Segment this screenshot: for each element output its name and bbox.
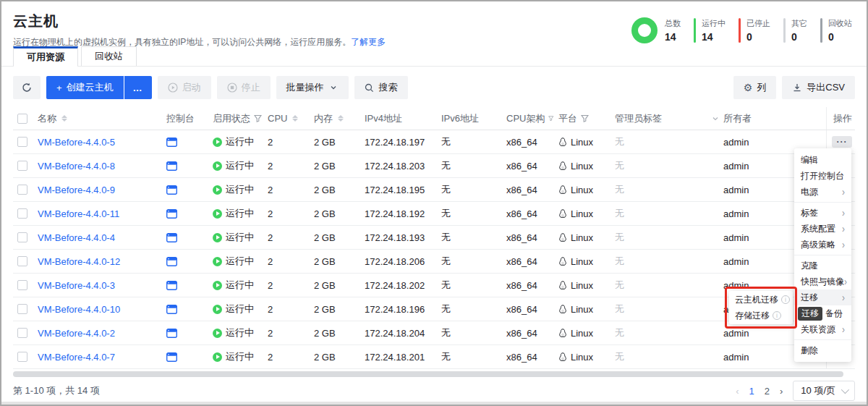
vm-name-link[interactable]: VM-Before-4.4.0-3 — [38, 280, 115, 291]
col-arch[interactable]: CPU架构 — [506, 112, 558, 125]
col-platform[interactable]: 平台 — [558, 112, 615, 125]
collapse-chevron-icon[interactable] — [712, 115, 719, 122]
row-checkbox[interactable] — [17, 232, 27, 242]
console-icon[interactable] — [166, 281, 177, 290]
batch-actions-button[interactable]: 批量操作 — [276, 76, 349, 99]
sort-icon[interactable] — [61, 115, 67, 122]
row-checkbox[interactable] — [17, 185, 27, 195]
vm-name-link[interactable]: VM-Before-4.4.0-5 — [38, 137, 115, 148]
console-icon[interactable] — [166, 257, 177, 266]
arch-value: x86_64 — [506, 280, 537, 291]
col-cpu[interactable]: CPU — [268, 113, 314, 124]
ipv6-value: 无 — [441, 183, 451, 196]
page-number-2[interactable]: 2 — [765, 386, 770, 397]
row-checkbox[interactable] — [17, 208, 27, 219]
ipv4-value: 172.24.18.203 — [365, 161, 425, 172]
sort-icon[interactable] — [292, 115, 298, 122]
admin-tag-value: 无 — [615, 326, 624, 339]
table-row: VM-Before-4.4.0-4 运行中 2 2 GB 172.24.18.1… — [13, 226, 855, 250]
learn-more-link[interactable]: 了解更多 — [351, 37, 386, 47]
row-checkbox[interactable] — [17, 137, 27, 147]
menu-item[interactable]: 高级策略 › — [794, 237, 851, 253]
console-icon[interactable] — [166, 138, 177, 147]
menu-item[interactable]: 迁移 › — [794, 289, 851, 305]
columns-button[interactable]: ⚙ 列 — [733, 76, 777, 99]
admin-tag-value: 无 — [615, 231, 624, 244]
prev-page-button[interactable]: ‹ — [736, 386, 739, 397]
refresh-button[interactable] — [13, 76, 41, 99]
vm-name-link[interactable]: VM-Before-4.4.0-12 — [38, 256, 120, 267]
vm-name-link[interactable]: VM-Before-4.4.0-10 — [38, 304, 120, 315]
menu-item[interactable]: 打开控制台 › — [794, 168, 851, 184]
search-button[interactable]: 搜索 — [354, 76, 408, 99]
console-icon[interactable] — [166, 209, 177, 219]
vm-name-link[interactable]: VM-Before-4.4.0-4 — [38, 232, 115, 243]
console-icon[interactable] — [166, 352, 177, 362]
col-status[interactable]: 启用状态 — [213, 112, 268, 125]
row-checkbox[interactable] — [17, 304, 27, 314]
row-checkbox[interactable] — [17, 352, 27, 362]
menu-item[interactable]: 关联资源 › — [794, 321, 851, 337]
submenu-item[interactable]: 存储迁移 i — [729, 308, 793, 323]
owner-value: admin — [723, 280, 749, 291]
vm-name-link[interactable]: VM-Before-4.4.0-8 — [38, 161, 115, 172]
row-actions-button[interactable]: ··· — [832, 136, 852, 148]
menu-item[interactable]: 编辑 › — [794, 152, 851, 168]
row-checkbox[interactable] — [17, 280, 27, 290]
menu-item[interactable]: 标签 › — [794, 205, 851, 221]
stat-color-bar — [739, 18, 741, 43]
filter-icon[interactable] — [254, 114, 262, 122]
filter-icon[interactable] — [548, 114, 554, 122]
col-memory[interactable]: 内存 — [314, 112, 365, 125]
console-icon[interactable] — [166, 185, 177, 195]
linux-penguin-icon — [558, 161, 567, 171]
memory-value: 2 GB — [314, 256, 336, 267]
row-checkbox[interactable] — [17, 161, 27, 171]
row-checkbox[interactable] — [17, 256, 27, 266]
ipv4-value: 172.24.18.202 — [365, 280, 425, 291]
create-vm-button[interactable]: + 创建云主机 — [46, 76, 124, 99]
console-icon[interactable] — [166, 329, 177, 338]
horizontal-scrollbar[interactable] — [13, 371, 843, 377]
running-icon — [213, 329, 222, 338]
vm-name-link[interactable]: VM-Before-4.4.0-11 — [38, 208, 119, 219]
start-button[interactable]: 启动 — [158, 76, 211, 99]
page-size-select[interactable]: 10 项/页 — [793, 381, 855, 401]
stat-label: 其它 — [791, 18, 807, 29]
console-icon[interactable] — [166, 233, 177, 242]
memory-value: 2 GB — [314, 280, 336, 291]
vm-name-link[interactable]: VM-Before-4.4.0-9 — [38, 185, 115, 195]
menu-item[interactable]: 快照与镜像 › — [794, 274, 851, 289]
next-page-button[interactable]: › — [780, 386, 783, 397]
table-row: VM-Before-4.4.0-9 运行中 2 2 GB 172.24.18.1… — [13, 178, 855, 202]
console-icon[interactable] — [166, 305, 177, 314]
running-icon — [213, 185, 222, 195]
cpu-value: 2 — [268, 304, 273, 315]
vm-name-link[interactable]: VM-Before-4.4.0-2 — [38, 328, 115, 339]
total-donut-chart — [631, 17, 658, 43]
arch-value: x86_64 — [506, 352, 537, 363]
tab-1[interactable]: 回收站 — [81, 46, 137, 66]
tab-0[interactable]: 可用资源 — [13, 46, 78, 66]
menu-item[interactable]: 电源 › — [794, 184, 851, 200]
stop-button[interactable]: 停止 — [217, 76, 271, 99]
sort-icon[interactable] — [338, 115, 344, 122]
col-name[interactable]: 名称 — [38, 112, 166, 125]
row-checkbox[interactable] — [17, 328, 27, 338]
ipv4-value: 172.24.18.197 — [365, 137, 425, 148]
status-badge: 运行中 — [213, 135, 254, 148]
submenu-item[interactable]: 云主机迁移 i — [729, 292, 793, 308]
console-icon[interactable] — [166, 161, 177, 171]
tab-bar: 可用资源回收站 — [1, 46, 867, 67]
menu-item[interactable]: 克隆 › — [794, 258, 851, 274]
vm-name-link[interactable]: VM-Before-4.4.0-7 — [38, 352, 115, 363]
select-all-checkbox[interactable] — [17, 114, 27, 124]
stat-label: 运行中 — [702, 18, 726, 29]
menu-item[interactable]: 系统配置 › — [794, 221, 851, 237]
filter-icon[interactable] — [581, 114, 589, 122]
export-csv-button[interactable]: 导出CSV — [782, 76, 855, 99]
menu-item[interactable]: 删除 › — [794, 342, 851, 358]
menu-item[interactable]: 迁移备份 › — [794, 305, 851, 321]
create-more-button[interactable]: … — [124, 76, 152, 99]
page-number-1[interactable]: 1 — [749, 386, 754, 397]
